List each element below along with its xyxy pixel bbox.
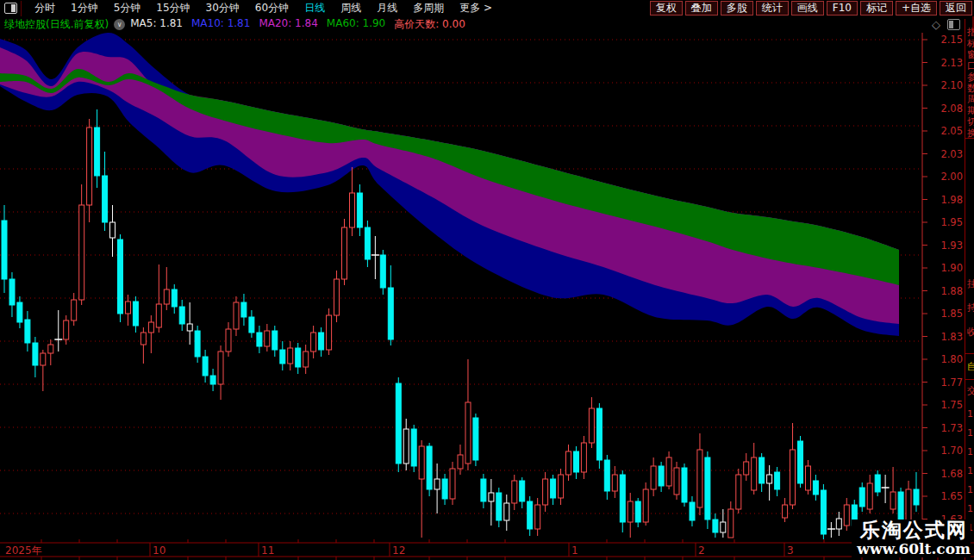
- candle-up-body: [350, 193, 355, 227]
- candle-down-body: [280, 350, 285, 364]
- candle-down-body: [210, 376, 215, 384]
- strip-divider: [965, 353, 974, 354]
- axis-label: 1.68: [940, 468, 963, 480]
- clipped-price-digit: 1: [967, 446, 973, 457]
- candle-down-body: [659, 466, 664, 486]
- candle-down-body: [596, 408, 602, 460]
- candle-up-body: [783, 505, 788, 518]
- clipped-label: 持: [967, 302, 974, 314]
- candle-up-body: [559, 475, 564, 498]
- candle-down-body: [759, 457, 765, 483]
- candle-down-body: [798, 441, 803, 483]
- axis-label: 1.88: [940, 285, 963, 297]
- candle-up-body: [806, 466, 811, 490]
- candle-up-body: [140, 333, 146, 345]
- candle-up-body: [736, 475, 741, 509]
- candle-down-body: [411, 429, 416, 466]
- candle-down-body: [172, 289, 177, 307]
- candle-up-body: [643, 489, 648, 522]
- candle-up-body: [148, 322, 153, 333]
- candle-up-body: [126, 302, 131, 314]
- candle-doji-body: [489, 493, 494, 501]
- candle-down-body: [203, 357, 208, 376]
- month-label: 2: [698, 544, 705, 557]
- clipped-label: 挂: [967, 277, 974, 290]
- ma-band-purple: [0, 47, 899, 324]
- candle-up-body: [288, 348, 293, 364]
- candle-down-body: [682, 468, 687, 502]
- candle-down-body: [9, 279, 15, 305]
- candle-up-body: [612, 475, 617, 491]
- candle-down-body: [635, 501, 640, 522]
- axis-label: 1.95: [940, 216, 963, 228]
- candle-up-body: [512, 481, 517, 503]
- candle-down-body: [388, 288, 393, 339]
- candle-doji-body: [403, 429, 409, 464]
- stock-app-window: 分时1分钟5分钟15分钟30分钟60分钟日线周线月线多周期更多 > 复权叠加多股…: [0, 0, 974, 560]
- month-label: 11: [261, 544, 274, 557]
- axis-label: 1.85: [940, 308, 963, 320]
- candle-down-body: [442, 479, 447, 499]
- candlestick-chart[interactable]: 2.152.132.102.082.052.032.001.981.951.93…: [0, 0, 974, 560]
- candle-up-body: [651, 466, 656, 489]
- axis-label: 1.93: [940, 240, 963, 252]
- axis-label: 1.80: [940, 353, 963, 365]
- candle-up-body: [543, 479, 548, 505]
- candle-down-body: [357, 193, 362, 227]
- candle-up-body: [697, 450, 702, 507]
- candle-up-body: [890, 492, 896, 509]
- candle-down-body: [241, 302, 247, 317]
- candle-up-body: [156, 304, 161, 327]
- strip-divider: [965, 138, 974, 139]
- candle-up-body: [64, 320, 69, 339]
- axis-label: 2.13: [940, 57, 963, 69]
- candle-up-body: [450, 469, 455, 499]
- candle-down-body: [528, 501, 533, 529]
- candle-down-body: [551, 479, 556, 498]
- candle-doji-body: [721, 522, 726, 532]
- axis-label: 1.90: [940, 262, 963, 274]
- clipped-price-digit: 1: [967, 427, 973, 439]
- candle-up-body: [728, 509, 734, 538]
- candle-up-body: [218, 352, 223, 384]
- watermark: 乐淘公式网 www.60lt.com: [852, 520, 971, 557]
- candle-down-body: [713, 520, 718, 532]
- candle-down-body: [33, 343, 38, 365]
- candle-up-body: [48, 345, 53, 353]
- clipped-price-digit: 1: [967, 503, 973, 514]
- candle-up-body: [41, 353, 46, 365]
- clipped-price-digit: 1: [967, 484, 973, 495]
- candle-up-body: [79, 205, 84, 300]
- candle-down-body: [380, 255, 385, 288]
- candle-doji-body: [434, 479, 440, 489]
- axis-label: 2.03: [940, 148, 963, 160]
- candle-doji-body: [836, 519, 841, 529]
- axis-label: 2.00: [940, 171, 963, 183]
- candle-up-body: [265, 331, 270, 346]
- candle-down-body: [496, 493, 502, 520]
- candle-down-body: [95, 128, 100, 176]
- axis-label: 1.73: [940, 422, 963, 434]
- candle-up-body: [906, 489, 911, 520]
- clipped-label: 交: [967, 384, 974, 397]
- candle-down-body: [775, 472, 780, 489]
- clipped-tab-label: 自: [967, 360, 974, 373]
- candle-down-body: [574, 451, 579, 472]
- candle-up-body: [867, 483, 872, 509]
- candle-doji-body: [110, 222, 116, 238]
- clipped-label: 收: [967, 326, 974, 339]
- candle-up-body: [419, 446, 424, 479]
- candle-up-body: [164, 289, 169, 304]
- clipped-quote-panel[interactable]: 指标窗口参数周期切换挂持收自交1111111: [965, 19, 974, 560]
- axis-label: 1.98: [940, 194, 963, 206]
- candle-up-body: [627, 501, 633, 522]
- month-label: 1: [571, 544, 578, 557]
- candle-down-body: [365, 227, 370, 259]
- candle-up-body: [674, 468, 679, 495]
- candle-up-body: [72, 300, 77, 320]
- candle-up-body: [334, 279, 340, 315]
- candle-doji-body: [767, 475, 772, 483]
- candle-down-body: [103, 176, 108, 222]
- candle-down-body: [898, 492, 903, 520]
- candle-down-body: [25, 320, 30, 343]
